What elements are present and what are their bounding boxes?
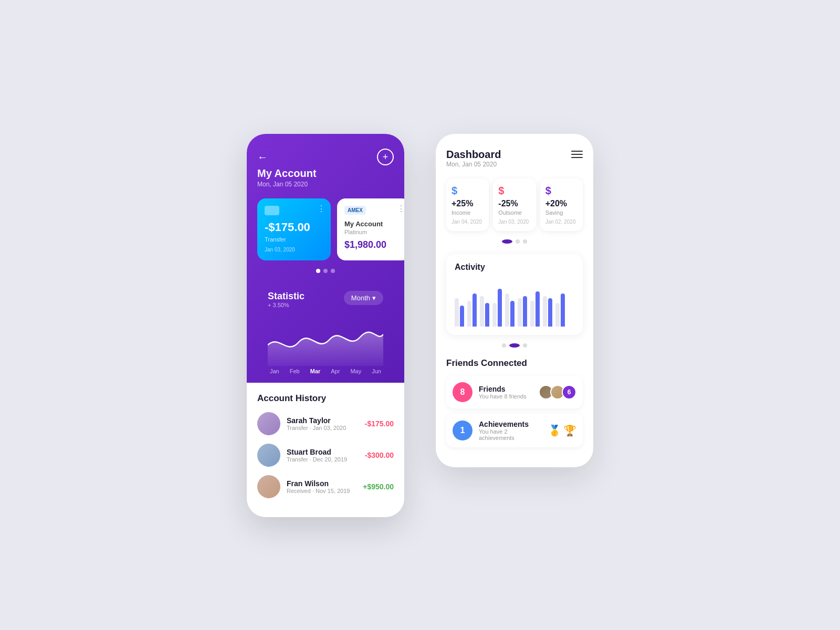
saving-dollar-icon: $ [545, 185, 578, 197]
friends-item-1[interactable]: 8 Friends You have 8 friends 6 [446, 376, 583, 408]
history-name-1: Sarah Taylor [287, 416, 359, 425]
history-sub-3: Received · Nov 15, 2019 [287, 488, 356, 494]
history-item-2: Stuart Broad Transfer · Dec 20, 2019 -$3… [257, 444, 394, 467]
activity-title: Activity [455, 262, 574, 272]
income-date: Jan 04, 2020 [452, 219, 484, 225]
ham-line-2 [571, 154, 583, 155]
statistic-section: Statistic + 3.50% Month ▾ [257, 282, 394, 383]
friends-info-2: Achievements You have 2 achievements [479, 420, 542, 441]
bar-blue-3 [498, 289, 502, 327]
trophy-icon: 🏆 [563, 424, 576, 437]
card-chip-row [265, 206, 323, 215]
right-phone: Dashboard Mon, Jan 05 2020 $ +25% Income… [436, 134, 593, 467]
bar-blue-7 [548, 298, 552, 327]
friends-count-badge: 8 [460, 387, 465, 397]
card-white-1[interactable]: ⋮ AMEX My Account Platinum $1,980.00 [337, 198, 404, 260]
card-sub-1: Platinum [344, 229, 403, 235]
back-button[interactable]: ← [257, 151, 268, 163]
dot-1[interactable] [316, 269, 320, 273]
account-title: My Account [257, 167, 394, 180]
history-sub-2: Transfer · Dec 20, 2019 [287, 456, 359, 463]
dashboard-date: Mon, Jan 05 2020 [446, 161, 501, 168]
activity-bar-chart [455, 279, 574, 327]
history-amount-2: -$300.00 [365, 451, 394, 459]
friends-title: Friends Connected [446, 358, 583, 369]
stats-dot-1[interactable] [502, 239, 512, 244]
friends-name-2: Achievements [479, 420, 542, 428]
bar-blue-6 [536, 291, 540, 327]
x-label-apr: Apr [331, 368, 340, 374]
bar-group-6 [530, 291, 540, 327]
card-blue[interactable]: ⋮ -$175.00 Transfer Jan 03, 2020 [257, 198, 331, 260]
friends-avatars-row: 6 [539, 385, 576, 400]
bar-group-1 [467, 293, 477, 327]
stats-dot-2[interactable] [516, 239, 520, 244]
friend-extra-count: 6 [562, 385, 576, 400]
card-amount: -$175.00 [265, 220, 323, 234]
month-label: Month [351, 294, 370, 302]
x-label-mar: Mar [310, 368, 321, 374]
friends-badge-1: 8 [453, 382, 472, 402]
bar-group-4 [505, 293, 514, 327]
history-info-3: Fran Wilson Received · Nov 15, 2019 [287, 479, 356, 494]
bar-blue-2 [485, 303, 489, 327]
act-dot-2[interactable] [509, 343, 520, 348]
avatar-sarah [257, 412, 280, 435]
card-menu-icon[interactable]: ⋮ [317, 204, 326, 214]
income-pct: +25% [452, 199, 484, 208]
achievements-count-badge: 1 [460, 426, 465, 435]
header-top: ← + [257, 149, 394, 165]
avatar-stuart [257, 444, 280, 467]
saving-label: Saving [545, 209, 578, 216]
stat-card-saving[interactable]: $ +20% Saving Jan 02, 2020 [540, 178, 583, 231]
history-amount-1: -$175.00 [365, 419, 394, 428]
stat-card-income[interactable]: $ +25% Income Jan 04, 2020 [446, 178, 489, 231]
wave-svg [268, 313, 383, 366]
history-name-2: Stuart Broad [287, 448, 359, 456]
dashboard-title: Dashboard [446, 149, 501, 161]
cards-row: ⋮ -$175.00 Transfer Jan 03, 2020 ⋮ AMEX … [257, 198, 394, 260]
card-chip [265, 206, 279, 215]
bar-gray-2 [480, 296, 484, 327]
act-dot-3[interactable] [523, 343, 527, 348]
card-name-1: My Account [344, 220, 403, 228]
statistic-text: Statistic + 3.50% [268, 291, 304, 308]
outsome-dollar-icon: $ [498, 185, 530, 197]
left-phone: ← + My Account Mon, Jan 05 2020 ⋮ -$175.… [247, 134, 404, 517]
card-amex-row: AMEX [344, 206, 403, 215]
bar-blue-4 [510, 301, 514, 327]
act-dot-1[interactable] [502, 343, 506, 348]
stat-card-outsome[interactable]: $ -25% Outsome Jan 03, 2020 [493, 178, 536, 231]
statistic-title: Statistic [268, 291, 304, 302]
stats-dot-3[interactable] [523, 239, 527, 244]
bar-blue-0 [460, 306, 464, 327]
friends-item-2[interactable]: 1 Achievements You have 2 achievements 🥇… [446, 414, 583, 447]
stats-row: $ +25% Income Jan 04, 2020 $ -25% Outsom… [446, 178, 583, 231]
outsome-pct: -25% [498, 199, 530, 208]
add-button[interactable]: + [377, 149, 394, 165]
x-label-feb: Feb [290, 368, 300, 374]
friends-info-1: Friends You have 8 friends [479, 385, 532, 400]
account-history-section: Account History Sarah Taylor Transfer · … [247, 383, 404, 517]
bar-group-2 [480, 296, 489, 327]
wave-chart [268, 313, 383, 366]
bar-group-3 [492, 289, 502, 327]
account-date: Mon, Jan 05 2020 [257, 181, 394, 188]
stats-dots [446, 239, 583, 244]
friends-avatar-group: 6 [539, 385, 576, 400]
friends-sub-1: You have 8 friends [479, 393, 532, 400]
hamburger-menu-button[interactable] [571, 149, 583, 158]
card-label: Transfer [265, 236, 323, 243]
friends-badge-2: 1 [453, 421, 472, 440]
history-item-3: Fran Wilson Received · Nov 15, 2019 +$95… [257, 475, 394, 498]
card-amount-1: $1,980.00 [344, 239, 403, 250]
x-label-may: May [350, 368, 361, 374]
history-info-1: Sarah Taylor Transfer · Jan 03, 2020 [287, 416, 359, 431]
dashboard-header: Dashboard Mon, Jan 05 2020 [446, 149, 583, 168]
card-menu-icon-2[interactable]: ⋮ [397, 204, 404, 214]
dot-2[interactable] [323, 269, 328, 273]
bar-blue-8 [561, 293, 565, 327]
month-filter-button[interactable]: Month ▾ [344, 291, 383, 305]
activity-dots [446, 343, 583, 348]
dot-3[interactable] [331, 269, 335, 273]
